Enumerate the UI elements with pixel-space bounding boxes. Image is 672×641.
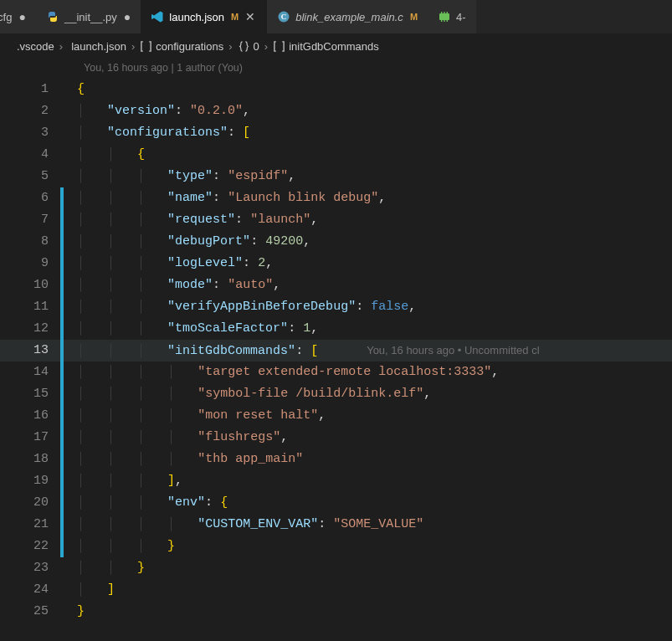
breadcrumb: .vscode›launch.json›configurations›0›ini… — [0, 33, 672, 59]
code-content[interactable]: │ │ │ "mode": "auto", — [77, 274, 672, 296]
code-content[interactable]: │ │ } — [77, 557, 672, 579]
pcb-icon — [438, 10, 451, 23]
modified-dot-icon: ● — [17, 10, 25, 23]
chevron-right-icon: › — [227, 40, 233, 53]
code-content[interactable]: │ │ │ "type": "espidf", — [77, 166, 672, 187]
tab-4[interactable]: 4- — [428, 0, 476, 33]
code-content[interactable]: │ │ │ "name": "Launch blink debug", — [77, 187, 672, 209]
code-content[interactable]: │ │ │ } — [77, 536, 672, 557]
tab-iltincfg[interactable]: iltin.cfg● — [0, 0, 36, 33]
code-content[interactable]: │ │ │ "tmoScaleFactor": 1, — [77, 318, 672, 340]
line-number: 19 — [0, 470, 60, 492]
code-line[interactable]: 11│ │ │ "verifyAppBinBeforeDebug": false… — [0, 296, 672, 318]
code-line[interactable]: 9│ │ │ "logLevel": 2, — [0, 253, 672, 274]
git-gutter-modified — [60, 296, 64, 318]
tab-label: launch.json — [169, 11, 224, 23]
git-modified-badge: M — [410, 12, 418, 22]
line-number: 24 — [0, 579, 60, 601]
breadcrumb-item[interactable]: launch.json — [71, 40, 126, 53]
git-gutter-modified — [60, 383, 64, 405]
line-number: 1 — [0, 79, 60, 100]
code-content[interactable]: │ │ │ │ "CUSTOM_ENV_VAR": "SOME_VALUE" — [77, 514, 672, 536]
code-content[interactable]: │ "version": "0.2.0", — [77, 100, 672, 122]
code-content[interactable]: │ │ │ "initGdbCommands": [You, 16 hours … — [77, 340, 672, 362]
git-gutter-modified — [60, 340, 64, 362]
code-line[interactable]: 16│ │ │ │ "mon reset halt", — [0, 405, 672, 427]
line-number: 16 — [0, 405, 60, 427]
code-line[interactable]: 1{ — [0, 79, 672, 100]
code-content[interactable]: { — [77, 79, 672, 100]
breadcrumb-item[interactable]: initGdbCommands — [289, 40, 379, 53]
code-line[interactable]: 7│ │ │ "request": "launch", — [0, 209, 672, 231]
code-line[interactable]: 5│ │ │ "type": "espidf", — [0, 166, 672, 187]
git-modified-badge: M — [231, 12, 239, 22]
code-content[interactable]: │ │ │ "logLevel": 2, — [77, 253, 672, 274]
tab-launchjson[interactable]: launch.jsonM✕ — [141, 0, 267, 33]
code-content[interactable]: │ "configurations": [ — [77, 122, 672, 144]
git-gutter-modified — [60, 166, 64, 187]
code-line[interactable]: 8│ │ │ "debugPort": 49200, — [0, 231, 672, 253]
code-line[interactable]: 4│ │ { — [0, 144, 672, 166]
code-content[interactable]: │ ] — [77, 579, 672, 601]
array-icon — [140, 40, 152, 53]
tab-blinkexamplemainc[interactable]: Cblink_example_main.cM — [267, 0, 428, 33]
line-number: 20 — [0, 492, 60, 514]
code-content[interactable]: │ │ │ │ "flushregs", — [77, 427, 672, 449]
code-line[interactable]: 22│ │ │ } — [0, 536, 672, 557]
code-line[interactable]: 3│ "configurations": [ — [0, 122, 672, 144]
code-content[interactable]: │ │ │ │ "symbol-file /build/blink.elf", — [77, 383, 672, 405]
python-icon — [46, 10, 59, 23]
code-content[interactable]: │ │ │ "env": { — [77, 492, 672, 514]
code-line[interactable]: 6│ │ │ "name": "Launch blink debug", — [0, 187, 672, 209]
line-number: 8 — [0, 231, 60, 253]
code-line[interactable]: 25} — [0, 601, 672, 623]
tab-initpy[interactable]: __init__.py● — [36, 0, 141, 33]
line-number: 12 — [0, 318, 60, 340]
svg-rect-6 — [447, 12, 448, 13]
code-content[interactable]: │ │ │ │ "mon reset halt", — [77, 405, 672, 427]
git-gutter-modified — [60, 449, 64, 470]
gitlens-inline-blame: You, 16 hours ago • Uncommitted cl — [318, 344, 539, 356]
code-content[interactable]: │ │ { — [77, 144, 672, 166]
git-gutter-modified — [60, 100, 64, 122]
breadcrumb-item[interactable]: configurations — [156, 40, 223, 53]
code-content[interactable]: │ │ │ "request": "launch", — [77, 209, 672, 231]
git-gutter-modified — [60, 557, 64, 579]
line-number: 9 — [0, 253, 60, 274]
code-line[interactable]: 10│ │ │ "mode": "auto", — [0, 274, 672, 296]
git-gutter-modified — [60, 144, 64, 166]
code-line[interactable]: 12│ │ │ "tmoScaleFactor": 1, — [0, 318, 672, 340]
array-icon — [273, 40, 285, 53]
git-gutter-modified — [60, 122, 64, 144]
code-content[interactable]: │ │ │ │ "thb app_main" — [77, 449, 672, 470]
code-line[interactable]: 20│ │ │ "env": { — [0, 492, 672, 514]
code-content[interactable]: │ │ │ "verifyAppBinBeforeDebug": false, — [77, 296, 672, 318]
git-gutter-modified — [60, 427, 64, 449]
line-number: 10 — [0, 274, 60, 296]
code-content[interactable]: } — [77, 601, 672, 623]
code-line[interactable]: 13│ │ │ "initGdbCommands": [You, 16 hour… — [0, 340, 672, 362]
code-content[interactable]: │ │ │ "debugPort": 49200, — [77, 231, 672, 253]
svg-rect-4 — [441, 12, 442, 13]
breadcrumb-item[interactable]: 0 — [254, 40, 259, 53]
code-line[interactable]: 24│ ] — [0, 579, 672, 601]
code-line[interactable]: 2│ "version": "0.2.0", — [0, 100, 672, 122]
editor-area[interactable]: 1{2│ "version": "0.2.0",3│ "configuratio… — [0, 79, 672, 623]
code-line[interactable]: 17│ │ │ │ "flushregs", — [0, 427, 672, 449]
code-line[interactable]: 14│ │ │ │ "target extended-remote localh… — [0, 362, 672, 383]
code-line[interactable]: 21│ │ │ │ "CUSTOM_ENV_VAR": "SOME_VALUE" — [0, 514, 672, 536]
code-line[interactable]: 18│ │ │ │ "thb app_main" — [0, 449, 672, 470]
git-gutter-modified — [60, 579, 64, 601]
line-number: 25 — [0, 601, 60, 623]
code-line[interactable]: 15│ │ │ │ "symbol-file /build/blink.elf"… — [0, 383, 672, 405]
code-content[interactable]: │ │ │ │ "target extended-remote localhos… — [77, 362, 672, 383]
code-line[interactable]: 23│ │ } — [0, 557, 672, 579]
line-number: 17 — [0, 427, 60, 449]
line-number: 2 — [0, 100, 60, 122]
breadcrumb-item[interactable]: .vscode — [17, 40, 54, 53]
line-number: 18 — [0, 449, 60, 470]
git-gutter-modified — [60, 253, 64, 274]
close-icon[interactable]: ✕ — [244, 10, 257, 23]
code-content[interactable]: │ │ │ ], — [77, 470, 672, 492]
code-line[interactable]: 19│ │ │ ], — [0, 470, 672, 492]
